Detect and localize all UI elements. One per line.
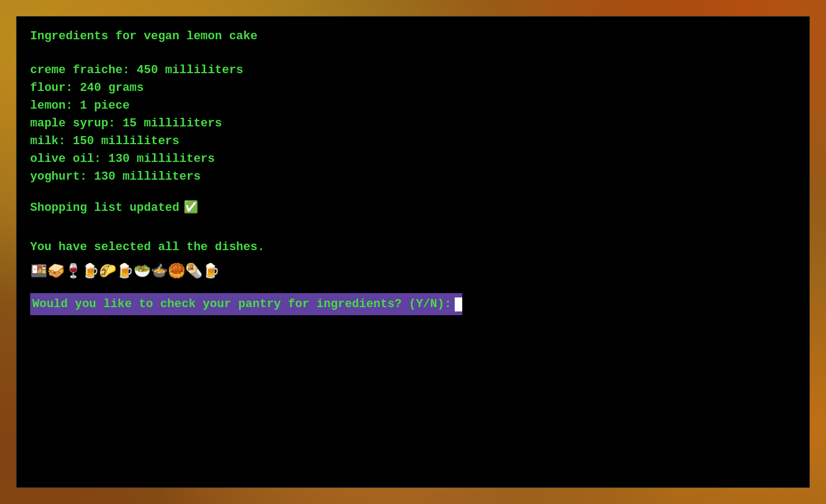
ingredient-item: flour: 240 grams (30, 79, 796, 97)
pantry-prompt-line[interactable]: Would you like to check your pantry for … (30, 293, 462, 315)
selected-dishes-text: You have selected all the dishes. (30, 240, 265, 254)
pantry-prompt-text: Would you like to check your pantry for … (30, 295, 454, 313)
shopping-updated-text: Shopping list updated (30, 199, 179, 217)
checkmark-icon: ✅ (183, 199, 198, 217)
terminal-window[interactable]: Ingredients for vegan lemon cake creme f… (16, 16, 810, 488)
shopping-updated-line: Shopping list updated ✅ (30, 199, 796, 217)
terminal-cursor (455, 297, 462, 311)
recipe-title: Ingredients for vegan lemon cake (30, 27, 796, 45)
ingredient-item: creme fraiche: 450 milliliters (30, 61, 796, 79)
ingredient-list: creme fraiche: 450 millilitersflour: 240… (30, 61, 796, 186)
ingredient-item: maple syrup: 15 milliliters (30, 115, 796, 132)
ingredient-item: milk: 150 milliliters (30, 132, 796, 150)
ingredient-item: olive oil: 130 milliliters (30, 150, 796, 168)
selected-dishes-line: You have selected all the dishes. (30, 238, 796, 256)
terminal-content: Ingredients for vegan lemon cake creme f… (30, 27, 796, 315)
ingredient-item: lemon: 1 piece (30, 97, 796, 115)
title-text: Ingredients for vegan lemon cake (30, 30, 257, 43)
ingredient-item: yoghurt: 130 milliliters (30, 168, 796, 186)
dish-emojis: 🍱🥪🍷🍺🌮🍺🥗🍲🥮🌯🍺 (30, 261, 796, 282)
